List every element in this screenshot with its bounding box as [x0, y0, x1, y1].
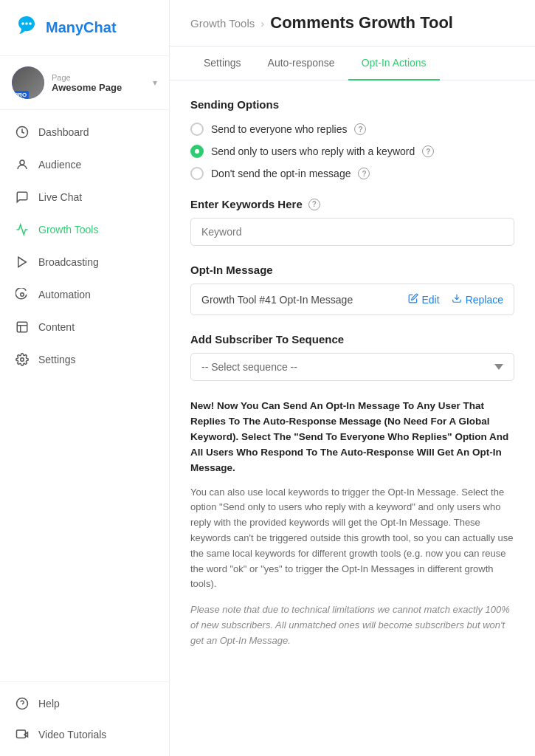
- nav-menu: Dashboard Audience Live Chat Growth Tool…: [0, 110, 169, 681]
- footer-item-video-tutorials[interactable]: Video Tutorials: [0, 719, 169, 750]
- growth-icon: [15, 222, 30, 237]
- opt-in-message-section: Opt-In Message Growth Tool #41 Opt-In Me…: [190, 264, 514, 315]
- sidebar-item-content[interactable]: Content: [0, 311, 169, 343]
- radio-label-everyone: Send to everyone who replies: [211, 123, 347, 135]
- tab-bar: Settings Auto-response Opt-In Actions: [170, 47, 535, 80]
- tab-settings[interactable]: Settings: [190, 47, 255, 80]
- video-icon: [15, 727, 30, 742]
- chat-icon: [15, 190, 30, 205]
- page-label: Page: [52, 73, 145, 82]
- radio-keyword[interactable]: Send only to users who reply with a keyw…: [190, 145, 514, 158]
- tab-auto-response[interactable]: Auto-response: [255, 47, 348, 80]
- automation-icon: [15, 287, 30, 302]
- radio-dont-send[interactable]: Don't send the opt-in message ?: [190, 167, 514, 180]
- nav-label-live-chat: Live Chat: [38, 191, 82, 203]
- svg-point-2: [29, 22, 32, 25]
- sequence-section: Add Subscriber To Sequence -- Select seq…: [190, 333, 514, 381]
- main-content: Growth Tools › Comments Growth Tool Sett…: [170, 0, 535, 756]
- edit-button[interactable]: Edit: [408, 293, 440, 306]
- page-title: Comments Growth Tool: [270, 13, 453, 32]
- nav-label-settings: Settings: [38, 354, 76, 365]
- nav-label-dashboard: Dashboard: [38, 126, 89, 138]
- broadcast-icon: [15, 255, 30, 269]
- sidebar-item-broadcasting[interactable]: Broadcasting: [0, 246, 169, 278]
- profile-section[interactable]: PRO Page Awesome Page ▾: [0, 56, 169, 110]
- help-icon: [15, 696, 30, 711]
- logo-container: ManyChat: [0, 0, 169, 56]
- nav-label-broadcasting: Broadcasting: [38, 256, 99, 268]
- keywords-label: Enter Keywords Here ?: [190, 198, 514, 210]
- sidebar-item-settings[interactable]: Settings: [0, 343, 169, 376]
- radio-group: Send to everyone who replies ? Send only…: [190, 123, 514, 180]
- help-icon-keywords[interactable]: ?: [308, 199, 320, 210]
- svg-marker-5: [18, 257, 27, 267]
- audience-icon: [15, 157, 30, 172]
- svg-point-6: [21, 293, 24, 297]
- nav-label-content: Content: [38, 321, 75, 333]
- sidebar-item-audience[interactable]: Audience: [0, 148, 169, 181]
- opt-in-action-buttons: Edit Replace: [408, 293, 504, 306]
- nav-label-automation: Automation: [38, 289, 91, 300]
- radio-label-dont-send: Don't send the opt-in message: [211, 168, 351, 179]
- content-icon: [15, 320, 30, 334]
- nav-label-audience: Audience: [38, 159, 81, 171]
- svg-rect-7: [17, 322, 27, 332]
- sequence-select[interactable]: -- Select sequence --: [190, 353, 514, 381]
- page-header: Growth Tools › Comments Growth Tool: [170, 0, 535, 47]
- svg-point-4: [20, 160, 24, 165]
- edit-label: Edit: [422, 294, 440, 306]
- breadcrumb-link[interactable]: Growth Tools: [190, 17, 255, 30]
- footer-label-help: Help: [38, 698, 60, 709]
- replace-icon: [452, 293, 462, 306]
- help-icon-everyone[interactable]: ?: [354, 123, 366, 135]
- svg-point-10: [21, 358, 24, 362]
- avatar: PRO: [12, 66, 44, 99]
- radio-everyone[interactable]: Send to everyone who replies ?: [190, 123, 514, 136]
- sidebar-item-dashboard[interactable]: Dashboard: [0, 116, 169, 148]
- breadcrumb-separator: ›: [260, 17, 264, 30]
- help-icon-dont-send[interactable]: ?: [358, 168, 370, 179]
- sidebar-footer: Help Video Tutorials: [0, 681, 169, 756]
- svg-point-1: [25, 22, 28, 25]
- sidebar-item-growth-tools[interactable]: Growth Tools: [0, 213, 169, 246]
- info-regular-text: You can also use local keywords to trigg…: [190, 485, 514, 593]
- sidebar: ManyChat PRO Page Awesome Page ▾ Dashboa…: [0, 0, 170, 756]
- opt-in-message-label: Opt-In Message: [190, 264, 514, 276]
- info-bold-text: New! Now You Can Send An Opt-In Message …: [190, 399, 514, 476]
- edit-icon: [408, 293, 418, 306]
- app-name: ManyChat: [46, 19, 117, 36]
- svg-point-0: [21, 22, 24, 25]
- footer-item-help[interactable]: Help: [0, 688, 169, 719]
- logo-icon: [15, 13, 38, 42]
- tab-opt-in-actions[interactable]: Opt-In Actions: [348, 47, 440, 80]
- nav-label-growth-tools: Growth Tools: [38, 224, 98, 236]
- footer-label-video-tutorials: Video Tutorials: [38, 729, 106, 740]
- help-icon-keyword[interactable]: ?: [422, 145, 434, 157]
- keywords-section: Enter Keywords Here ?: [190, 198, 514, 246]
- profile-info: Page Awesome Page: [52, 73, 145, 93]
- info-box: New! Now You Can Send An Opt-In Message …: [190, 399, 514, 649]
- radio-label-keyword: Send only to users who reply with a keyw…: [211, 145, 415, 157]
- radio-circle-dont-send[interactable]: [190, 167, 204, 180]
- settings-icon: [15, 352, 30, 367]
- keyword-input[interactable]: [190, 218, 514, 246]
- replace-label: Replace: [466, 294, 503, 306]
- sending-options-section: Sending Options Send to everyone who rep…: [190, 98, 514, 180]
- dashboard-icon: [15, 125, 30, 140]
- opt-in-message-text: Growth Tool #41 Opt-In Message: [201, 294, 353, 306]
- chevron-down-icon: ▾: [153, 78, 157, 88]
- sidebar-item-automation[interactable]: Automation: [0, 278, 169, 311]
- info-italic-text: Please note that due to technical limita…: [190, 602, 514, 648]
- radio-circle-keyword[interactable]: [190, 145, 204, 158]
- sequence-label: Add Subscriber To Sequence: [190, 333, 514, 346]
- svg-rect-13: [17, 730, 26, 738]
- main-body: Sending Options Send to everyone who rep…: [170, 80, 535, 667]
- replace-button[interactable]: Replace: [452, 293, 503, 306]
- sending-options-title: Sending Options: [190, 98, 514, 111]
- pro-badge: PRO: [12, 91, 29, 99]
- radio-circle-everyone[interactable]: [190, 123, 204, 136]
- page-name: Awesome Page: [52, 82, 145, 93]
- sidebar-item-live-chat[interactable]: Live Chat: [0, 181, 169, 213]
- opt-in-message-box: Growth Tool #41 Opt-In Message Edit Repl…: [190, 284, 514, 315]
